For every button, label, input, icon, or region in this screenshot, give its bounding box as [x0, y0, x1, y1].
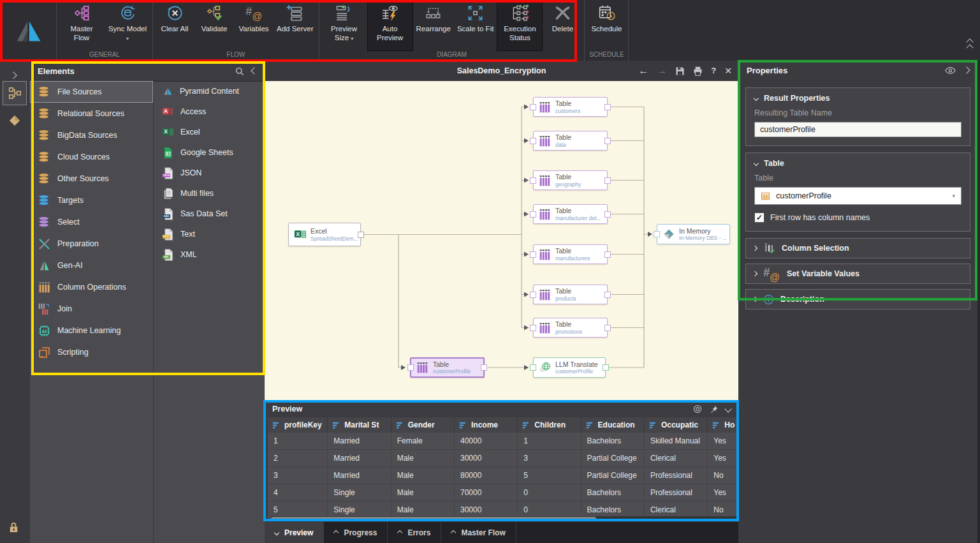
- output-port[interactable]: [604, 325, 611, 331]
- collapse-ribbon-button[interactable]: [967, 40, 972, 50]
- ribbon-button-clear-all[interactable]: Clear All: [155, 0, 194, 51]
- sidebar-category-scripting[interactable]: Scripting: [30, 341, 153, 363]
- rail-dataflow-tool[interactable]: [3, 81, 27, 105]
- properties-section-set-variable-values[interactable]: #@Set Variable Values: [745, 264, 970, 284]
- input-port[interactable]: [530, 364, 536, 371]
- flow-node-inmemory[interactable]: In MemoryIn-Memory DBS - ...: [657, 224, 730, 244]
- sidebar-category-select[interactable]: Select: [30, 211, 153, 233]
- output-port[interactable]: [603, 364, 609, 371]
- column-header-occupatic[interactable]: Occupatic: [645, 417, 708, 433]
- lock-icon[interactable]: [8, 521, 20, 533]
- sidebar-category-preparation[interactable]: Preparation: [30, 233, 153, 255]
- column-header-education[interactable]: Education: [581, 417, 645, 433]
- output-port[interactable]: [604, 292, 611, 298]
- input-port[interactable]: [530, 211, 536, 218]
- rail-model-tool[interactable]: [6, 112, 24, 130]
- input-port[interactable]: [407, 364, 414, 371]
- ribbon-button-rearrange[interactable]: Rearrange: [413, 0, 454, 51]
- ribbon-button-preview-size[interactable]: Preview Size ▾: [321, 0, 367, 51]
- element-item-google-sheets[interactable]: Google Sheets: [153, 142, 265, 163]
- sidebar-category-cloud-sources[interactable]: Cloud Sources: [30, 146, 153, 168]
- panel-drag-handle[interactable]: [842, 61, 884, 62]
- ribbon-button-sync-model[interactable]: Sync Model ▾: [105, 0, 150, 51]
- properties-section-description[interactable]: Description: [745, 289, 970, 309]
- flow-node-manufacturer-det[interactable]: Tablemanufacturer det...: [533, 204, 608, 224]
- flow-node-promotions[interactable]: Tablepromotions: [533, 318, 608, 338]
- ribbon-button-master-flow[interactable]: Master Flow: [59, 0, 105, 51]
- element-item-access[interactable]: AAccess: [153, 101, 265, 122]
- sidebar-category-gen-ai[interactable]: Gen-AI: [30, 255, 153, 276]
- bottom-tab-preview[interactable]: Preview: [265, 522, 324, 543]
- preview-eye-icon[interactable]: [693, 405, 702, 413]
- bottom-tab-master-flow[interactable]: Master Flow: [441, 522, 516, 543]
- element-item-pyramid-content[interactable]: Pyramid Content: [153, 81, 265, 101]
- flow-node-manufacturers[interactable]: Tablemanufacturers: [533, 244, 608, 264]
- output-port[interactable]: [358, 232, 364, 238]
- column-header-ho[interactable]: Ho: [708, 417, 738, 433]
- table-row[interactable]: 3MarriedMale800005Partial CollegeProfess…: [268, 467, 738, 484]
- element-item-xml[interactable]: XMLXML: [153, 244, 265, 265]
- input-port[interactable]: [530, 292, 536, 298]
- column-header-marital-st[interactable]: Marital St: [328, 417, 391, 433]
- input-port[interactable]: [530, 138, 536, 144]
- sidebar-category-join[interactable]: Join: [30, 298, 153, 320]
- element-item-sas-data-set[interactable]: SASSas Data Set: [153, 204, 265, 224]
- search-icon[interactable]: [235, 66, 244, 76]
- table-row[interactable]: 4SingleMale700000BachelorsProfessionalYe…: [268, 484, 738, 502]
- table-row[interactable]: 2MarriedMale300003Partial CollegeClerica…: [268, 450, 738, 467]
- sidebar-category-relational-sources[interactable]: Relational Sources: [30, 103, 153, 124]
- expand-rail-chevron[interactable]: [11, 69, 16, 80]
- element-item-json[interactable]: JSONJSON: [153, 163, 265, 183]
- sidebar-category-column-operations[interactable]: Column Operations: [30, 276, 153, 298]
- flow-node-customers[interactable]: Tablecustomers: [533, 97, 608, 117]
- flow-node-geography[interactable]: Tablegeography: [533, 170, 608, 190]
- column-header-profilekey[interactable]: profileKey: [268, 417, 328, 433]
- save-icon[interactable]: [675, 66, 685, 76]
- element-item-excel[interactable]: XExcel: [153, 122, 265, 142]
- result-properties-header[interactable]: Result Properties: [754, 94, 962, 103]
- sidebar-category-file-sources[interactable]: File Sources: [30, 81, 153, 103]
- collapse-panel-chevron[interactable]: [252, 68, 257, 73]
- collapse-preview-chevron[interactable]: [726, 406, 731, 412]
- first-row-checkbox[interactable]: ✓: [754, 212, 764, 223]
- output-port[interactable]: [481, 364, 487, 371]
- ribbon-button-add-server[interactable]: Add Server: [274, 0, 317, 51]
- flow-node-excel[interactable]: XExcelSpreadSheetDem...: [288, 223, 361, 246]
- properties-section-column-selection[interactable]: Column Selection: [745, 238, 970, 258]
- horizontal-scrollbar[interactable]: [271, 516, 737, 521]
- element-item-multi-files[interactable]: Multi files: [153, 183, 265, 204]
- input-port[interactable]: [654, 231, 660, 237]
- ribbon-button-execution-status[interactable]: Execution Status: [497, 0, 543, 51]
- pin-icon[interactable]: [710, 405, 718, 413]
- collapse-properties-chevron[interactable]: [964, 68, 969, 73]
- print-icon[interactable]: [693, 66, 703, 76]
- sidebar-category-other-sources[interactable]: Other Sources: [30, 168, 153, 190]
- input-port[interactable]: [530, 251, 536, 258]
- output-port[interactable]: [604, 211, 611, 218]
- input-port[interactable]: [530, 325, 536, 331]
- scrollbar-thumb[interactable]: [271, 517, 596, 521]
- sidebar-category-bigdata-sources[interactable]: BigData Sources: [30, 124, 153, 146]
- flow-node-products[interactable]: Tableproducts: [533, 285, 608, 304]
- sidebar-category-machine-learning[interactable]: AIMachine Learning: [30, 320, 153, 341]
- input-port[interactable]: [530, 104, 536, 110]
- flow-node-llm[interactable]: LLM TranslatecustomerProfile: [533, 357, 606, 378]
- resulting-table-name-input[interactable]: [754, 122, 962, 137]
- column-header-children[interactable]: Children: [518, 417, 581, 433]
- ribbon-button-auto-preview[interactable]: Auto Preview: [367, 0, 413, 51]
- app-logo[interactable]: [0, 0, 57, 61]
- input-port[interactable]: [530, 177, 536, 184]
- ribbon-button-validate[interactable]: Validate: [194, 0, 234, 51]
- flow-node-data[interactable]: Tabledata: [533, 131, 608, 151]
- element-item-text[interactable]: TEXTText: [153, 224, 265, 244]
- ribbon-button-schedule[interactable]: Schedule: [587, 0, 626, 51]
- output-port[interactable]: [604, 251, 611, 258]
- bottom-tab-progress[interactable]: Progress: [324, 522, 388, 543]
- output-port[interactable]: [604, 138, 611, 144]
- visibility-eye-icon[interactable]: [945, 67, 956, 74]
- output-port[interactable]: [604, 177, 611, 184]
- flow-canvas[interactable]: XExcelSpreadSheetDem...TablecustomersTab…: [265, 81, 738, 401]
- first-row-checkbox-row[interactable]: ✓ First row has column names: [754, 212, 962, 223]
- ribbon-button-delete[interactable]: Delete: [543, 0, 582, 51]
- flow-node-customerprofile[interactable]: TablecustomerProfile: [410, 357, 485, 378]
